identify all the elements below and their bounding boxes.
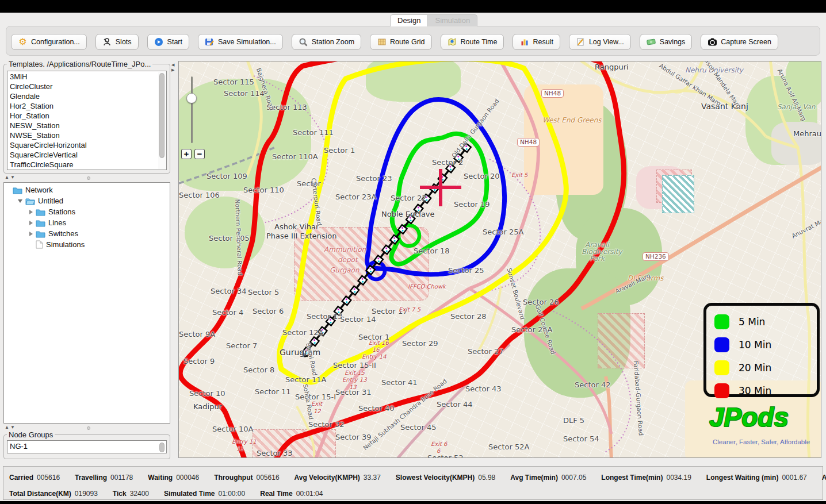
status-metric-label: Simulated Time bbox=[164, 490, 215, 498]
bottom-strip bbox=[0, 501, 826, 504]
splitter-collapse-icons[interactable]: ▲▼ bbox=[5, 425, 16, 430]
tree-item-label: Lines bbox=[48, 218, 66, 227]
play-icon bbox=[154, 37, 164, 47]
savings-button[interactable]: Savings bbox=[640, 34, 692, 50]
station-zoom-button[interactable]: Station Zoom bbox=[292, 34, 361, 50]
templates-scrollbar-thumb[interactable] bbox=[159, 73, 165, 158]
zoom-slider-knob[interactable] bbox=[186, 93, 197, 103]
map-place-label: Sector 114 bbox=[224, 89, 265, 98]
tree-item-network[interactable]: Network bbox=[6, 184, 170, 195]
template-item[interactable]: 3MiH bbox=[10, 72, 157, 82]
template-item[interactable]: NWSE_Station bbox=[10, 130, 157, 140]
status-metric: Travelling001178 bbox=[75, 472, 133, 482]
legend-swatch bbox=[714, 337, 729, 352]
map-place-label: Sector 11 bbox=[255, 387, 290, 396]
map-place-label: Sector 13 bbox=[307, 312, 342, 321]
tree-expand-icon[interactable] bbox=[29, 232, 33, 236]
route-time-button[interactable]: Route Time bbox=[441, 34, 504, 50]
map-place-label: Exit 6 bbox=[431, 441, 447, 447]
route-map-icon bbox=[448, 37, 457, 47]
map-place-label: Exit 7 5 bbox=[399, 306, 420, 313]
splitter-templates-network[interactable]: ▲▼ bbox=[3, 175, 170, 181]
map-place-label: Sector 1 bbox=[324, 146, 355, 155]
node-groups-panel: Node Groups NG-1 bbox=[3, 430, 170, 459]
map-place-label: Sector 7 bbox=[226, 341, 257, 350]
splitter-knob[interactable] bbox=[87, 426, 90, 430]
map-place-label: 13 bbox=[349, 384, 357, 390]
map-place-label: Rangpuri bbox=[595, 63, 629, 71]
toolbar-button-label: Configuration... bbox=[31, 38, 80, 46]
status-metric-label: Total Distance(KM) bbox=[9, 490, 71, 498]
map-place-label: Sector 4 bbox=[212, 308, 243, 317]
template-item[interactable]: Hor2_Station bbox=[10, 101, 157, 111]
capture-screen-button[interactable]: Capture Screen bbox=[701, 34, 778, 50]
tree-item-lines[interactable]: Lines bbox=[6, 217, 170, 228]
status-metric: Avg Time(min)0007.05 bbox=[510, 472, 586, 482]
zoom-out-button[interactable]: − bbox=[194, 149, 205, 159]
splitter-collapse-icons[interactable]: ▲▼ bbox=[5, 175, 16, 180]
map-route-badge: NH48 bbox=[541, 89, 564, 98]
divider-collapse-icons[interactable]: ◀▶ bbox=[171, 62, 174, 72]
template-item[interactable]: SquareCircleHorizontal bbox=[10, 140, 157, 150]
map-place-label: Sector 22 bbox=[391, 194, 426, 202]
tree-expand-icon[interactable] bbox=[18, 199, 22, 203]
notepad-icon bbox=[576, 37, 586, 47]
tree-item-stations[interactable]: Stations bbox=[6, 206, 170, 217]
tree-item-switches[interactable]: Switches bbox=[6, 228, 170, 239]
grid-icon bbox=[377, 37, 387, 47]
zoom-in-button[interactable]: + bbox=[181, 149, 192, 159]
map-place-label: Sector 9 bbox=[183, 357, 215, 366]
tree-expand-icon[interactable] bbox=[29, 221, 33, 225]
template-item[interactable]: TrafficCircleSquare bbox=[10, 160, 157, 170]
map-place-label: Entry 14 bbox=[362, 353, 387, 360]
map-place-label: Sector 29 bbox=[402, 339, 438, 348]
save-simulation-button[interactable]: Save Simulation... bbox=[198, 34, 283, 50]
map-place-label: Sector 115 bbox=[213, 78, 254, 86]
map-place-label: Sector 105 bbox=[209, 234, 250, 243]
map-place-label: Sector 10 bbox=[189, 389, 225, 398]
result-button[interactable]: Result bbox=[513, 34, 560, 50]
map-place-label: Sector 54 bbox=[563, 434, 599, 443]
template-item[interactable]: SquareCircleVertical bbox=[10, 150, 157, 160]
start-button[interactable]: Start bbox=[147, 34, 189, 50]
map-place-label: Sector 28 bbox=[450, 312, 486, 321]
map-route-badge: NH236 bbox=[643, 252, 669, 261]
sidebar-map-divider[interactable]: ◀▶ bbox=[171, 61, 176, 458]
status-metric: Longest Waiting (min)0001.67 bbox=[706, 472, 807, 482]
status-metric: Simulated Time01:00:00 bbox=[164, 488, 245, 498]
map-canvas[interactable]: Sector 115Sector 114Sector 113Sector 111… bbox=[178, 61, 821, 458]
node-groups-scrollbar[interactable] bbox=[158, 441, 166, 452]
splitter-knob[interactable] bbox=[87, 176, 90, 180]
status-metric-label: Avg Distance(KM) bbox=[822, 474, 826, 482]
status-metric-label: Avg Time(min) bbox=[510, 474, 558, 482]
zoom-slider-track[interactable] bbox=[191, 76, 193, 143]
slots-button[interactable]: Slots bbox=[95, 34, 139, 50]
templates-scrollbar[interactable] bbox=[158, 72, 166, 169]
file-icon bbox=[36, 240, 43, 249]
tab-design[interactable]: Design bbox=[390, 14, 428, 26]
money-icon bbox=[647, 37, 656, 47]
slots-icon bbox=[102, 37, 112, 47]
tree-item-untitled[interactable]: Untitled bbox=[6, 195, 170, 206]
template-item[interactable]: NESW_Station bbox=[10, 121, 157, 130]
status-row-2: Total Distance(KM)019093Tick32400Simulat… bbox=[9, 488, 323, 498]
tree-expand-icon[interactable] bbox=[29, 210, 33, 214]
configuration-button[interactable]: ⚙Configuration... bbox=[11, 34, 87, 50]
node-groups-scrollbar-thumb[interactable] bbox=[159, 443, 165, 452]
template-item[interactable]: Glendale bbox=[10, 91, 157, 101]
status-metric-label: Avg Velocity(KMPH) bbox=[295, 474, 360, 482]
status-metric-value: 0034.19 bbox=[666, 474, 691, 482]
templates-panel: Templates. /Applications/RouteTime_JPo..… bbox=[3, 60, 170, 174]
log-view-button[interactable]: Log View... bbox=[569, 34, 631, 50]
map-place-label: Sector 9A bbox=[179, 330, 215, 338]
status-metric: Carried005616 bbox=[9, 472, 60, 482]
node-groups-list: NG-1 bbox=[7, 440, 167, 453]
tab-simulation[interactable]: Simulation bbox=[428, 14, 477, 26]
tree-item-simulations[interactable]: Simulations bbox=[6, 239, 170, 250]
map-place-label: Sector 45 bbox=[400, 423, 436, 432]
node-group-item[interactable]: NG-1 bbox=[10, 441, 157, 451]
template-item[interactable]: CircleCluster bbox=[10, 82, 157, 91]
template-item[interactable]: Hor_Station bbox=[10, 111, 157, 121]
status-metric: Slowest Velocity(KMPH)05.98 bbox=[396, 472, 495, 482]
route-grid-button[interactable]: Route Grid bbox=[370, 34, 431, 50]
